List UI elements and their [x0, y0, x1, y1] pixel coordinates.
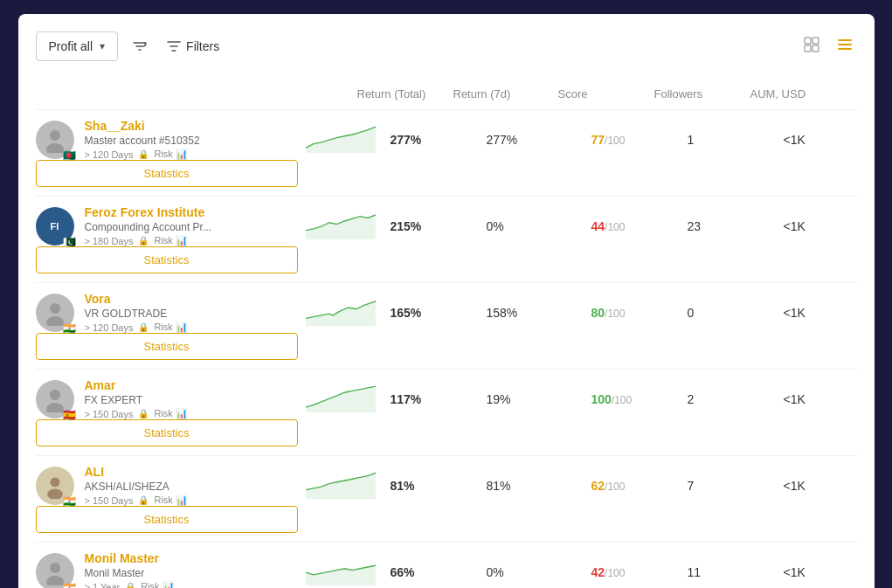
col-followers: Followers [647, 87, 743, 100]
score-max: /100 [605, 567, 625, 579]
trader-name[interactable]: Amar [85, 378, 188, 392]
risk-badge: Risk 📊 [154, 235, 187, 246]
trader-account: Compounding Account Pr... [85, 221, 211, 233]
chart-cell [298, 553, 384, 589]
followers-cell: 0 [681, 306, 777, 320]
trader-info: 🇧🇩 Sha__Zaki Master account #510352 > 12… [36, 119, 298, 160]
profit-dropdown-label: Profit all [49, 39, 93, 53]
return-7d: 19% [480, 392, 584, 406]
return-total: 117% [384, 392, 480, 406]
score-cell: 100/100 [584, 392, 681, 406]
col-aum: AUM, USD [743, 87, 857, 100]
chart-cell [298, 207, 384, 246]
svg-point-11 [47, 488, 63, 499]
score-cell: 77/100 [584, 133, 681, 147]
days-label: > 1 Year [85, 582, 121, 589]
col-trader [36, 87, 298, 100]
risk-badge: Risk 📊 [141, 581, 174, 588]
trader-name[interactable]: Monil Master [85, 551, 175, 565]
toolbar: Profit all ▾ Filters [36, 31, 857, 61]
profit-dropdown[interactable]: Profit all ▾ [36, 31, 119, 61]
score-max: /100 [605, 135, 625, 147]
risk-badge: Risk 📊 [154, 408, 187, 419]
statistics-button[interactable]: Statistics [36, 506, 298, 533]
svg-rect-2 [805, 45, 811, 52]
score-cell: 42/100 [584, 565, 681, 579]
trader-name[interactable]: Sha__Zaki [85, 119, 200, 133]
aum-cell: <1K [777, 392, 875, 406]
svg-point-4 [50, 130, 60, 141]
score-cell: 80/100 [584, 306, 681, 320]
score-cell: 62/100 [584, 479, 681, 493]
aum-cell: <1K [777, 306, 875, 320]
filter-button[interactable]: Filters [162, 32, 225, 60]
trader-info: 🇮🇳 Monil Master Monil Master > 1 Year 🔒 … [36, 551, 298, 588]
statistics-button[interactable]: Statistics [36, 419, 298, 446]
trader-meta: > 120 Days 🔒 Risk 📊 [85, 149, 200, 160]
trader-account: AKSH/ALI/SHEZA [85, 481, 188, 493]
main-container: Profit all ▾ Filters [18, 14, 875, 588]
col-return-total: Return (Total) [350, 87, 446, 100]
days-label: > 180 Days [85, 236, 134, 246]
followers-cell: 11 [681, 565, 777, 579]
list-view-button[interactable] [833, 32, 857, 61]
trader-details: Amar FX EXPERT > 150 Days 🔒 Risk 📊 [85, 378, 188, 419]
svg-point-12 [50, 563, 60, 573]
return-7d: 158% [480, 306, 584, 320]
trader-details: ALI AKSH/ALI/SHEZA > 150 Days 🔒 Risk 📊 [85, 465, 188, 506]
return-7d: 0% [480, 565, 584, 579]
risk-badge: Risk 📊 [154, 495, 187, 506]
trader-info: 🇮🇳 Vora VR GOLDTRADE > 120 Days 🔒 Risk 📊 [36, 292, 298, 333]
svg-point-10 [50, 477, 59, 487]
aum-cell: <1K [777, 219, 875, 233]
svg-point-13 [46, 576, 64, 585]
score-max: /100 [605, 308, 625, 320]
table-row: 🇧🇩 Sha__Zaki Master account #510352 > 12… [36, 110, 857, 197]
trader-details: Sha__Zaki Master account #510352 > 120 D… [85, 119, 200, 160]
svg-rect-1 [812, 38, 819, 44]
trader-details: Monil Master Monil Master > 1 Year 🔒 Ris… [85, 551, 175, 588]
days-label: > 120 Days [85, 322, 134, 333]
chevron-down-icon: ▾ [100, 40, 105, 52]
chart-cell [298, 380, 384, 419]
chart-cell [298, 294, 384, 332]
days-label: > 150 Days [85, 409, 134, 419]
aum-cell: <1K [777, 479, 875, 493]
return-total: 66% [384, 565, 480, 579]
score-value: 44 [591, 219, 605, 233]
svg-rect-0 [805, 38, 811, 44]
score-value: 42 [591, 565, 605, 579]
score-max: /100 [605, 221, 625, 233]
grid-view-button[interactable] [799, 32, 824, 61]
return-total: 277% [384, 133, 480, 147]
svg-point-9 [46, 403, 64, 412]
trader-meta: > 120 Days 🔒 Risk 📊 [85, 322, 188, 333]
statistics-button[interactable]: Statistics [36, 246, 298, 273]
score-cell: 44/100 [584, 219, 681, 233]
followers-cell: 2 [681, 392, 777, 406]
statistics-button[interactable]: Statistics [36, 160, 298, 187]
sort-button[interactable] [127, 31, 153, 61]
svg-point-6 [50, 303, 60, 314]
trader-account: Master account #510352 [85, 135, 200, 147]
grid-icon [803, 36, 820, 53]
trader-info: 🇮🇳 ALI AKSH/ALI/SHEZA > 150 Days 🔒 Risk … [36, 465, 298, 506]
statistics-button[interactable]: Statistics [36, 333, 298, 360]
aum-cell: <1K [777, 565, 875, 579]
trader-name[interactable]: Feroz Forex Institute [85, 205, 211, 219]
table-row: 🇮🇳 Vora VR GOLDTRADE > 120 Days 🔒 Risk 📊… [36, 283, 857, 370]
trader-meta: > 180 Days 🔒 Risk 📊 [85, 235, 211, 246]
trader-name[interactable]: ALI [85, 465, 188, 479]
score-value: 77 [591, 133, 605, 147]
score-max: /100 [612, 394, 632, 406]
followers-cell: 1 [681, 133, 777, 147]
trader-meta: > 1 Year 🔒 Risk 📊 [85, 581, 175, 588]
svg-point-8 [50, 390, 60, 400]
trader-name[interactable]: Vora [85, 292, 188, 306]
return-total: 81% [384, 479, 480, 493]
table-row: FI 🇵🇰 Feroz Forex Institute Compounding … [36, 197, 857, 283]
trader-info: FI 🇵🇰 Feroz Forex Institute Compounding … [36, 205, 298, 246]
list-icon [836, 36, 854, 53]
risk-badge: Risk 📊 [154, 322, 187, 333]
risk-badge: Risk 📊 [154, 149, 187, 160]
